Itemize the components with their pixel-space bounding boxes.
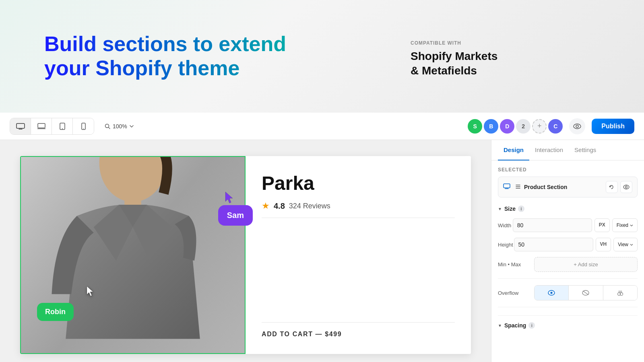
list-icon <box>515 183 521 191</box>
zoom-value: 100% <box>113 123 127 130</box>
preview-btn[interactable] <box>569 118 585 134</box>
height-mode-select[interactable]: View <box>613 238 638 251</box>
height-label: Height <box>498 242 514 248</box>
compatible-label: COMPATIBLE WITH <box>411 40 497 46</box>
overflow-buttons <box>534 285 638 300</box>
size-collapse-icon: ▼ <box>498 207 502 211</box>
desktop-icon <box>503 183 510 191</box>
product-image-wrapper: Robin Sam <box>20 156 246 354</box>
tab-interaction[interactable]: Interaction <box>529 140 569 160</box>
spacing-section: ▼ Spacing i <box>498 315 638 329</box>
woman-illustration <box>21 157 245 353</box>
width-unit: PX <box>594 218 610 232</box>
compatible-title: Shopify Markets & Metafields <box>411 49 497 78</box>
panel-tabs: Design Interaction Settings <box>491 140 644 160</box>
device-desktop-btn[interactable] <box>10 118 31 134</box>
overflow-label: Overflow <box>498 290 534 296</box>
size-info-icon: i <box>518 206 524 212</box>
size-section-header[interactable]: ▼ Size i <box>498 206 638 212</box>
spacing-title: Spacing <box>504 322 526 329</box>
size-title: Size <box>504 206 516 212</box>
width-mode-select[interactable]: Fixed <box>612 218 638 232</box>
avatar-s: S <box>468 119 482 134</box>
height-field-row: Height VH View <box>498 238 638 251</box>
svg-rect-1 <box>38 123 45 128</box>
selected-item-actions <box>606 181 632 193</box>
svg-point-5 <box>83 128 84 129</box>
min-max-input-group: + Add size <box>534 257 638 272</box>
divider-1 <box>498 278 638 279</box>
svg-point-3 <box>62 128 63 129</box>
star-icon: ★ <box>262 201 270 211</box>
device-laptop-btn[interactable] <box>31 118 52 134</box>
sam-cursor-badge: Sam <box>218 205 253 226</box>
overflow-visible-btn[interactable] <box>535 286 569 300</box>
selected-label: Selected <box>498 167 638 173</box>
selected-item: Product Section <box>498 177 638 197</box>
robin-cursor-badge: Robin <box>37 303 74 321</box>
width-field-row: Width PX Fixed <box>498 218 638 232</box>
undo-btn[interactable] <box>606 181 618 193</box>
svg-rect-12 <box>504 184 510 188</box>
svg-point-13 <box>623 185 629 189</box>
visibility-toggle-btn[interactable] <box>620 181 632 193</box>
height-input[interactable] <box>514 238 593 251</box>
product-section: Robin Sam <box>20 156 471 354</box>
svg-point-8 <box>576 125 578 128</box>
avatar-group: S B D 2 + C <box>468 119 563 134</box>
device-buttons <box>10 118 94 135</box>
zoom-control[interactable]: 100% <box>101 121 138 132</box>
search-icon <box>105 123 110 129</box>
zoom-chevron-icon <box>130 125 134 128</box>
robin-cursor-arrow <box>85 286 95 297</box>
canvas-area: Robin Sam <box>0 140 491 362</box>
divider-2 <box>498 307 638 307</box>
rating-score: 4.8 <box>274 202 285 211</box>
overflow-clip-btn[interactable] <box>603 286 637 300</box>
min-max-row: Min • Max + Add size <box>498 257 638 272</box>
avatar-count: 2 <box>516 119 530 134</box>
add-size-btn[interactable]: + Add size <box>534 257 638 272</box>
panel-body: Selected Product Section <box>491 160 644 362</box>
svg-point-7 <box>574 124 581 129</box>
width-input-group: PX Fixed <box>513 218 638 232</box>
publish-button[interactable]: Publish <box>592 119 634 134</box>
svg-line-18 <box>583 291 588 295</box>
hero-content: Build sections to extend your Shopify th… <box>44 32 286 80</box>
svg-point-16 <box>551 292 553 294</box>
spacing-info-icon: i <box>528 322 535 329</box>
spacing-collapse-icon: ▼ <box>498 323 502 328</box>
product-name: Parka <box>262 172 455 194</box>
tab-settings[interactable]: Settings <box>569 140 602 160</box>
tab-design[interactable]: Design <box>498 140 529 160</box>
product-rating: ★ 4.8 324 Reviews <box>262 201 455 218</box>
svg-point-14 <box>625 186 627 188</box>
product-image: Robin <box>21 157 245 353</box>
overflow-hidden-btn[interactable] <box>569 286 603 300</box>
min-max-label: Min • Max <box>498 261 534 267</box>
device-mobile-btn[interactable] <box>73 118 94 134</box>
spacing-section-header[interactable]: ▼ Spacing i <box>498 322 638 329</box>
overflow-row: Overflow <box>498 285 638 300</box>
hero-title: Build sections to extend your Shopify th… <box>44 32 286 80</box>
editor-wrapper: 100% S B D 2 + C Publish <box>0 113 644 362</box>
width-label: Width <box>498 222 513 228</box>
avatar-c: C <box>548 119 563 134</box>
right-panel: Design Interaction Settings Selected Pro… <box>491 140 644 362</box>
svg-rect-0 <box>17 123 25 128</box>
selected-item-label: Product Section <box>524 184 603 190</box>
height-unit: VH <box>596 238 611 251</box>
product-info: Parka ★ 4.8 324 Reviews ADD TO CART — $4… <box>246 156 471 354</box>
avatar-add-btn[interactable]: + <box>532 119 547 134</box>
eye-icon <box>573 123 581 129</box>
add-to-cart: ADD TO CART — $499 <box>262 322 455 338</box>
sam-cursor-arrow <box>223 191 235 206</box>
hero-compatible: COMPATIBLE WITH Shopify Markets & Metafi… <box>411 40 497 78</box>
avatar-b: B <box>484 119 498 134</box>
height-input-group: VH View <box>514 238 638 251</box>
width-input[interactable] <box>513 218 592 232</box>
toolbar: 100% S B D 2 + C Publish <box>0 113 644 140</box>
device-tablet-btn[interactable] <box>52 118 73 134</box>
rating-reviews: 324 Reviews <box>289 202 330 210</box>
avatar-d: D <box>500 119 514 134</box>
